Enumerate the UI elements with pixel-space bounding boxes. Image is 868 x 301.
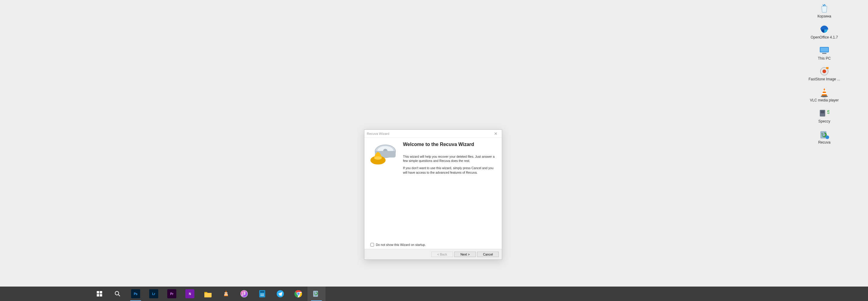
svg-rect-12 [821, 112, 824, 113]
svg-point-38 [262, 295, 263, 296]
cancel-button[interactable]: Cancel [477, 252, 499, 257]
recycle-bin-icon [819, 3, 830, 13]
svg-rect-8 [822, 93, 827, 94]
svg-rect-33 [260, 291, 264, 293]
desktop-icon-label: This PC [818, 57, 831, 61]
speccy-icon: S [819, 109, 830, 118]
desktop-icon-label: OpenOffice 4.1.7 [811, 35, 838, 40]
faststone-icon [819, 66, 830, 76]
vlc-cone-icon [223, 290, 229, 298]
dont-show-wizard-checkbox[interactable] [370, 243, 374, 246]
desktop-icon-vlc[interactable]: VLC media player [802, 87, 847, 103]
wizard-title: Recuva Wizard [367, 132, 492, 135]
svg-point-34 [261, 294, 261, 295]
wizard-footer: < Back Next > Cancel [364, 249, 502, 260]
svg-line-27 [119, 295, 120, 296]
desktop-icon-label: Speccy [818, 120, 830, 124]
svg-point-5 [823, 70, 826, 73]
svg-point-21 [374, 157, 382, 160]
recuva-task-icon [313, 290, 320, 298]
wizard-paragraph-1: This wizard will help you recover your d… [403, 155, 496, 163]
svg-rect-28 [224, 293, 227, 294]
close-icon: ✕ [494, 131, 498, 136]
hard-drive-hat-icon [370, 142, 398, 169]
taskbar: Ps Lr Pr N [0, 287, 868, 301]
desktop-icon-recycle-bin[interactable]: Корзина [802, 3, 847, 19]
svg-point-35 [262, 294, 263, 295]
taskbar-telegram[interactable] [271, 287, 289, 301]
desktop-icon-label: FastStone Image ... [809, 77, 840, 81]
desktop-icon-speccy[interactable]: S Speccy [802, 108, 847, 124]
svg-rect-25 [100, 294, 102, 297]
next-button[interactable]: Next > [454, 252, 476, 257]
itunes-icon [240, 290, 248, 298]
svg-rect-11 [821, 111, 824, 112]
svg-point-36 [263, 294, 264, 295]
desktop-icon-label: Recuva [818, 140, 831, 145]
wizard-paragraph-2: If you don't want to use this wizard, si… [403, 166, 496, 174]
wizard-heading: Welcome to the Recuva Wizard [403, 142, 496, 147]
this-pc-icon [819, 46, 830, 55]
wizard-titlebar[interactable]: Recuva Wizard ✕ [364, 130, 502, 138]
search-icon [115, 291, 121, 297]
svg-rect-29 [224, 294, 228, 295]
openoffice-icon [819, 24, 830, 35]
svg-rect-7 [823, 90, 826, 92]
calculator-icon [258, 290, 266, 298]
taskbar-explorer[interactable] [199, 287, 217, 301]
svg-rect-2 [820, 47, 828, 52]
back-button: < Back [431, 252, 453, 257]
svg-point-9 [821, 95, 828, 97]
svg-point-37 [261, 295, 261, 296]
taskbar-premiere[interactable]: Pr [163, 287, 181, 301]
windows-icon [97, 291, 102, 297]
svg-rect-3 [822, 53, 827, 54]
svg-text:S: S [827, 109, 830, 115]
desktop-icon-label: VLC media player [810, 98, 838, 103]
telegram-icon [276, 290, 284, 298]
taskbar-recuva[interactable] [307, 287, 326, 301]
vlc-icon [820, 87, 829, 98]
svg-rect-22 [97, 291, 99, 294]
taskbar-photoshop[interactable]: Ps [127, 287, 145, 301]
recuva-icon [819, 129, 830, 140]
taskbar-start[interactable] [90, 287, 108, 301]
taskbar-search[interactable] [108, 287, 127, 301]
taskbar-itunes[interactable] [235, 287, 253, 301]
taskbar-vlc[interactable] [217, 287, 235, 301]
svg-rect-24 [97, 294, 99, 297]
close-button[interactable]: ✕ [492, 131, 500, 137]
svg-point-44 [298, 293, 299, 295]
taskbar-calculator[interactable] [253, 287, 271, 301]
desktop-icon-openoffice[interactable]: OpenOffice 4.1.7 [802, 24, 847, 40]
taskbar-chrome[interactable] [289, 287, 307, 301]
desktop-icon-label: Корзина [817, 14, 831, 19]
svg-point-15 [826, 135, 829, 139]
svg-rect-23 [100, 291, 102, 294]
chrome-icon [294, 290, 302, 298]
folder-icon [204, 290, 212, 297]
desktop-icon-this-pc[interactable]: This PC [802, 45, 847, 61]
taskbar-onenote[interactable]: N [181, 287, 199, 301]
taskbar-lightroom[interactable]: Lr [145, 287, 163, 301]
svg-point-39 [263, 295, 264, 296]
desktop-icon-faststone[interactable]: FastStone Image ... [802, 66, 847, 81]
recuva-wizard-window: Recuva Wizard ✕ Welcome to the Recuva Wi… [364, 129, 502, 260]
svg-rect-6 [826, 67, 829, 69]
dont-show-wizard-label: Do not show this Wizard on startup. [376, 243, 426, 246]
desktop-icon-recuva[interactable]: Recuva [802, 129, 847, 145]
svg-point-26 [115, 291, 119, 295]
